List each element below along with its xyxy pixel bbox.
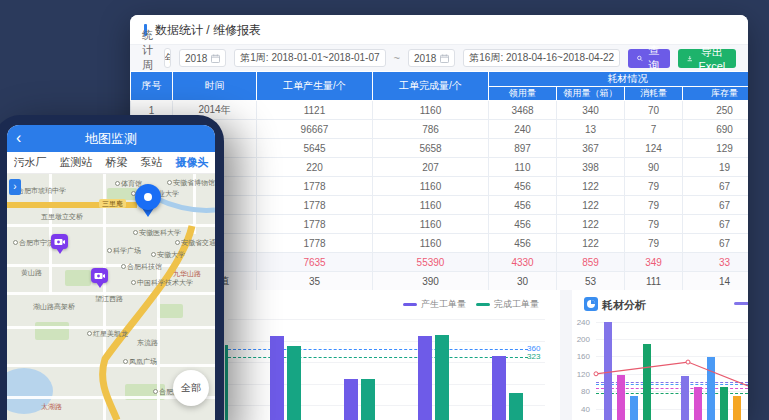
total-cell: 4330: [489, 253, 557, 272]
end-year-select[interactable]: 2018: [408, 49, 455, 67]
table-cell: 456: [489, 196, 557, 215]
query-button[interactable]: 查询: [628, 49, 670, 68]
poi-dot-icon: [175, 240, 180, 245]
poi-dot-icon: [107, 248, 112, 253]
breadcrumb: 数据统计 / 维修报表: [130, 15, 748, 45]
legend-color-dash: [476, 303, 490, 306]
phone-tab-bar: 污水厂监测站桥梁泵站摄像头: [7, 152, 215, 174]
col-header: 序号: [131, 72, 173, 101]
average-cell: 14: [683, 272, 749, 291]
poi-dot-icon: [153, 389, 158, 394]
table-cell: 70: [625, 101, 683, 120]
bar-completed: [435, 335, 449, 420]
table-cell: 79: [625, 196, 683, 215]
table-cell: 220: [257, 158, 373, 177]
total-cell: 55390: [373, 253, 489, 272]
y-axis-tick: 40: [572, 405, 590, 414]
table-cell: 1160: [373, 215, 489, 234]
table-cell: 79: [625, 234, 683, 253]
export-excel-button[interactable]: 导出Excel: [678, 49, 736, 68]
total-cell: 349: [625, 253, 683, 272]
map-expand-button[interactable]: ›: [9, 179, 21, 195]
map-poi-label: 东流路: [137, 338, 158, 348]
sub-col-header: 消耗量: [625, 87, 683, 101]
phone-screen: ‹ 地图监测 污水厂监测站桥梁泵站摄像头 三里庵合肥市琥珀中学体育馆安徽农业大学…: [7, 125, 215, 420]
table-cell: 1160: [373, 234, 489, 253]
camera-marker[interactable]: [91, 268, 108, 288]
period-option-年[interactable]: 年: [165, 49, 171, 67]
phone-page-title: 地图监测: [85, 131, 137, 146]
table-cell: 1778: [257, 177, 373, 196]
consumable-bar: [707, 357, 715, 420]
y-axis-tick: 200: [572, 335, 590, 344]
col-header: 工单产生量/个: [257, 72, 373, 101]
phone-tab-污水厂[interactable]: 污水厂: [14, 155, 47, 170]
table-cell: 1778: [257, 196, 373, 215]
map-poi-label: 黄山路: [21, 268, 42, 278]
table-cell: 1778: [257, 234, 373, 253]
consumable-bar: [643, 344, 651, 420]
phone-tab-泵站[interactable]: 泵站: [141, 155, 163, 170]
chart-title-icon: [584, 297, 598, 311]
phone-tab-监测站[interactable]: 监测站: [60, 155, 93, 170]
table-cell: 67: [683, 234, 749, 253]
map-all-button[interactable]: 全部: [173, 370, 209, 406]
table-cell: 79: [625, 177, 683, 196]
map-poi-label: 安徽省交通厅: [175, 238, 215, 248]
export-button-label: 导出Excel: [697, 45, 727, 72]
map-poi-label: 安徽省博物馆: [167, 178, 215, 188]
phone-tab-桥梁[interactable]: 桥梁: [106, 155, 128, 170]
y-axis-tick: 240: [572, 318, 590, 327]
map-poi-label: 太湖路: [41, 402, 62, 412]
search-icon: [637, 54, 643, 63]
table-cell: 1160: [373, 196, 489, 215]
table-row: 12014年11211160346834070250: [131, 101, 749, 120]
legend-item: 完成工单量: [476, 298, 539, 311]
start-year-select[interactable]: 2018: [179, 49, 226, 67]
col-header: 工单完成量/个: [373, 72, 489, 101]
table-cell: 340: [557, 101, 625, 120]
poi-dot-icon: [13, 240, 18, 245]
table-cell: 3468: [489, 101, 557, 120]
map-poi-label: 中国科学技术大学: [131, 278, 193, 288]
map-view[interactable]: 三里庵合肥市琥珀中学体育馆安徽农业大学安徽省博物馆五里墩立交桥安徽医科大学安徽省…: [7, 174, 215, 420]
map-poi-label: 科学广场: [107, 246, 141, 256]
calendar-icon: [211, 54, 220, 63]
screenshot-root: 数据统计 / 维修报表 统计周期: 年季月周日 2018 第1周: 2018-0…: [0, 0, 769, 420]
start-week-value: 第1周: 2018-01-01~2018-01-07: [240, 51, 379, 65]
average-cell: 53: [557, 272, 625, 291]
start-year-value: 2018: [185, 53, 207, 64]
start-week-input[interactable]: 第1周: 2018-01-01~2018-01-07: [234, 49, 385, 67]
filter-bar: 统计周期: 年季月周日 2018 第1周: 2018-01-01~2018-01…: [130, 45, 748, 71]
table-cell: 90: [625, 158, 683, 177]
breadcrumb-text: 数据统计 / 维修报表: [155, 23, 261, 37]
phone-tab-摄像头[interactable]: 摄像头: [176, 155, 209, 170]
end-week-input[interactable]: 第16周: 2018-04-16~2018-04-22: [463, 49, 620, 67]
camera-marker[interactable]: [51, 234, 68, 254]
map-poi-label: 合肥科技馆: [121, 262, 162, 272]
back-arrow-icon[interactable]: ‹: [16, 125, 21, 150]
col-header: 时间: [173, 72, 257, 101]
legend-color-dash: [403, 303, 417, 306]
table-cell: 456: [489, 177, 557, 196]
chart-legend: 产生工单量完成工单量: [403, 298, 539, 311]
selected-camera-pin[interactable]: [135, 184, 161, 217]
map-road-label: 三里庵: [99, 199, 126, 208]
table-cell: 897: [489, 139, 557, 158]
average-line-label: 323: [527, 352, 540, 361]
gridline: [596, 339, 748, 340]
consumable-bar: [617, 375, 625, 420]
bar-completed: [287, 346, 301, 420]
consumables-chart: 耗材分析 2402001601208040: [572, 290, 748, 420]
phone-header: ‹ 地图监测: [7, 125, 215, 152]
consumable-bar: [694, 387, 702, 420]
bar-produced: [344, 379, 358, 420]
map-poi-label: 安徽大学: [151, 250, 185, 260]
consumable-bar: [604, 322, 612, 420]
table-cell: 690: [683, 120, 749, 139]
legend-item: 产生工单量: [403, 298, 466, 311]
map-poi-label: 五里墩立交桥: [41, 212, 83, 222]
phone-mockup: ‹ 地图监测 污水厂监测站桥梁泵站摄像头 三里庵合肥市琥珀中学体育馆安徽农业大学…: [0, 115, 224, 420]
gridline: [596, 322, 748, 323]
average-cell: 35: [257, 272, 373, 291]
